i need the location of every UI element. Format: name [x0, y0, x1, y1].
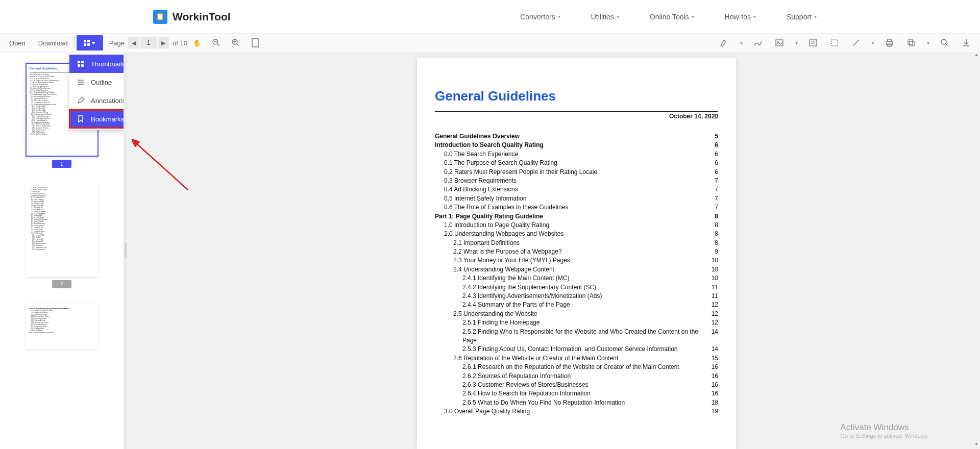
- toc-row: 0.0 The Search Experience6: [435, 150, 718, 159]
- nav-converters[interactable]: Converters▾: [520, 13, 560, 21]
- svg-line-1: [217, 44, 219, 46]
- grid-icon: [84, 40, 90, 46]
- chevron-down-icon[interactable]: ▾: [868, 35, 877, 51]
- dd-label: Outline: [91, 79, 112, 86]
- windows-watermark: Activate Windows Go to Settings to activ…: [840, 422, 929, 439]
- signature-tool-icon[interactable]: [749, 35, 767, 51]
- svg-point-20: [941, 39, 946, 44]
- separator: [74, 37, 75, 49]
- nav-support[interactable]: Support▾: [787, 13, 817, 21]
- chevron-down-icon[interactable]: ▾: [737, 35, 746, 51]
- prev-page-button[interactable]: ◀: [128, 37, 139, 48]
- image-tool-icon[interactable]: [770, 35, 789, 51]
- zoom-in-icon[interactable]: [227, 35, 245, 51]
- fit-page-icon[interactable]: [246, 35, 264, 51]
- doc-date: October 14, 2020: [435, 111, 718, 120]
- text-tool-icon[interactable]: [804, 35, 822, 51]
- watermark-sub: Go to Settings to activate Windows.: [840, 433, 929, 439]
- chevron-down-icon: ▾: [558, 14, 560, 19]
- chevron-down-icon[interactable]: ▾: [923, 35, 933, 51]
- dropdown-bookmarks[interactable]: Bookmarks: [69, 110, 124, 128]
- watermark-title: Activate Windows: [840, 422, 929, 433]
- svg-line-4: [237, 44, 239, 46]
- chevron-down-icon: ▾: [692, 14, 694, 19]
- open-button[interactable]: Open: [4, 36, 31, 50]
- page-badge-2: 2: [52, 280, 71, 288]
- right-toolbar: ▾ ▾ ▾ ▾: [715, 35, 976, 51]
- toc-row: 2.2 What is the Purpose of a Webpage?9: [435, 247, 718, 256]
- save-download-icon[interactable]: [957, 35, 975, 51]
- pan-tool-icon[interactable]: ✋: [188, 35, 206, 51]
- highlight-tool-icon[interactable]: [715, 35, 733, 51]
- zoom-out-icon[interactable]: [207, 35, 226, 51]
- page-viewer[interactable]: General Guidelines October 14, 2020 Gene…: [127, 53, 980, 449]
- grid-icon: [77, 60, 85, 68]
- chevron-down-icon: [91, 42, 95, 44]
- nav-how-tos[interactable]: How-tos▾: [725, 13, 756, 21]
- dropdown-thumbnails[interactable]: Thumbnails: [69, 55, 124, 73]
- chevron-down-icon: ▾: [814, 14, 817, 19]
- toc-row: 2.4 Understanding Webpage Content10: [435, 265, 718, 274]
- chevron-down-icon[interactable]: ▾: [792, 35, 801, 51]
- page-label: Page: [109, 39, 125, 47]
- copy-icon[interactable]: [902, 35, 920, 51]
- thumbnail-sidebar[interactable]: General Guidelines General Guidelines Ov…: [0, 53, 124, 449]
- page-thumbnail-2[interactable]: 3.1 Page Quality Rating 3.2 Main Content…: [26, 183, 99, 277]
- toc-row: 0.5 Internet Safety Information7: [435, 194, 718, 203]
- search-icon[interactable]: [936, 35, 954, 51]
- download-button[interactable]: Download: [33, 36, 73, 50]
- toc-row: 2.5.1 Finding the Homepage12: [435, 318, 718, 327]
- shape-tool-icon[interactable]: [825, 35, 844, 51]
- toc-row: 2.6.4 How to Search for Reputation Infor…: [435, 389, 718, 398]
- print-icon[interactable]: [880, 35, 899, 51]
- toc-row: 2.5 Understanding the Website12: [435, 310, 718, 318]
- dd-label: Thumbnails: [91, 60, 124, 68]
- page-number-input[interactable]: [140, 37, 157, 48]
- svg-rect-13: [831, 40, 838, 46]
- dropdown-outline[interactable]: Outline: [69, 73, 124, 91]
- logo-area[interactable]: WorkinTool: [153, 10, 231, 24]
- toc-row: 2.6 Reputation of the Website or Creator…: [435, 354, 718, 363]
- scroll-up-icon[interactable]: ▲: [973, 53, 980, 60]
- table-of-contents: General Guidelines Overview5Introduction…: [435, 132, 718, 416]
- toc-row: 2.4.3 Identifying Advertisements/Monetiz…: [435, 292, 718, 301]
- scroll-down-icon[interactable]: ▼: [973, 442, 980, 449]
- toc-row: 0.1 The Purpose of Search Quality Rating…: [435, 159, 718, 167]
- toc-row: 2.4.1 Identifying the Main Content (MC)1…: [435, 274, 718, 283]
- toc-row: 2.5.2 Finding Who is Responsible for the…: [435, 328, 718, 345]
- svg-rect-7: [252, 39, 258, 47]
- toc-row: 2.6.2 Sources of Reputation Information1…: [435, 372, 718, 381]
- toc-row: 0.4 Ad Blocking Extensions7: [435, 185, 718, 194]
- svg-rect-10: [810, 40, 817, 46]
- doc-title: General Guidelines: [435, 88, 718, 104]
- bookmark-icon: [77, 115, 85, 123]
- toc-row: 1.0 Introduction to Page Quality Rating8: [435, 221, 718, 230]
- toc-row: Introduction to Search Quality Rating6: [435, 141, 718, 149]
- page-thumbnail-3[interactable]: Part 2: Understanding Mobile User Needs …: [26, 304, 99, 350]
- toc-row: 2.6.5 What to Do When You Find No Reputa…: [435, 398, 718, 407]
- main-nav: Converters▾ Utilities▾ Online Tools▾ How…: [520, 13, 817, 21]
- page-badge-1: 1: [52, 160, 71, 168]
- page-count: of 10: [173, 39, 187, 47]
- dd-label: Annotations: [91, 97, 124, 105]
- nav-online-tools[interactable]: Online Tools▾: [650, 13, 694, 21]
- toc-row: 2.6.1 Research on the Reputation of the …: [435, 363, 718, 371]
- next-page-button[interactable]: ▶: [158, 37, 169, 48]
- dropdown-annotations[interactable]: Annotations: [69, 91, 124, 110]
- chevron-down-icon: ▾: [753, 14, 756, 19]
- viewer-scrollbar[interactable]: ▲ ▼: [973, 53, 980, 449]
- panel-mode-button[interactable]: [77, 35, 103, 51]
- svg-rect-19: [910, 41, 914, 46]
- toc-row: 2.5.3 Finding About Us, Contact Informat…: [435, 345, 718, 354]
- toc-row: 0.3 Browser Requirements7: [435, 177, 718, 185]
- brand-name: WorkinTool: [173, 11, 231, 23]
- toc-row: 2.1 Important Definitions8: [435, 239, 718, 247]
- line-tool-icon[interactable]: [847, 35, 865, 51]
- list-icon: [77, 78, 85, 86]
- toc-row: 2.3 Your Money or Your Life (YMYL) Pages…: [435, 256, 718, 265]
- nav-utilities[interactable]: Utilities▾: [591, 13, 619, 21]
- logo-icon: [153, 10, 167, 24]
- svg-rect-16: [888, 39, 892, 41]
- toc-row: 3.0 Overall Page Quality Rating19: [435, 407, 718, 416]
- toc-row: 2.0 Understanding Webpages and Websites8: [435, 230, 718, 238]
